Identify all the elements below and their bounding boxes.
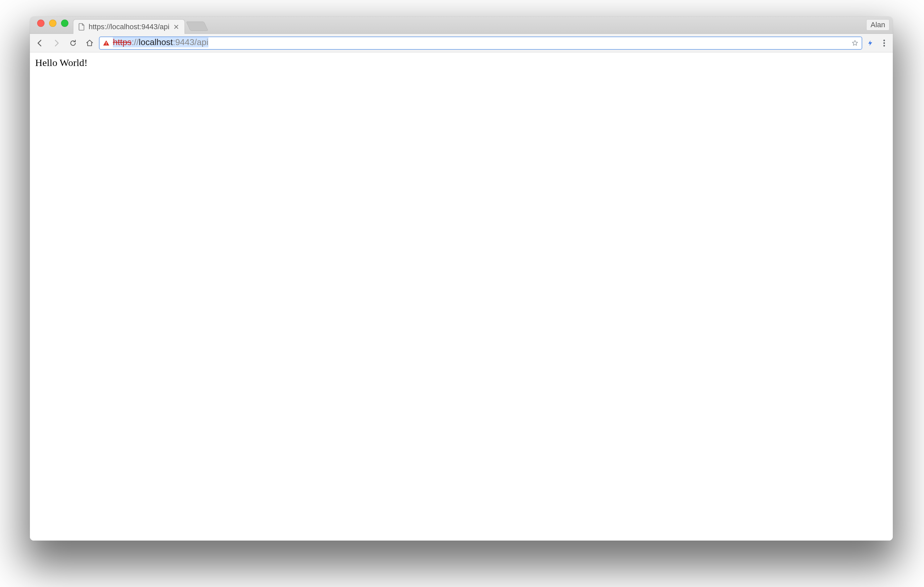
tab-active[interactable]: https://localhost:9443/api xyxy=(73,19,185,34)
window-zoom-button[interactable] xyxy=(61,20,68,27)
home-button[interactable] xyxy=(82,36,97,50)
page-body-text: Hello World! xyxy=(30,53,893,73)
bookmark-star-button[interactable] xyxy=(850,38,860,48)
browser-window: https://localhost:9443/api Alan xyxy=(30,16,893,541)
file-icon xyxy=(78,22,85,31)
profile-badge[interactable]: Alan xyxy=(866,19,889,31)
new-tab-button[interactable] xyxy=(186,21,208,31)
viewport[interactable]: Hello World! xyxy=(30,53,893,541)
url-host: localhost xyxy=(139,37,173,48)
svg-point-4 xyxy=(883,45,885,46)
window-close-button[interactable] xyxy=(37,20,45,27)
close-icon[interactable] xyxy=(173,23,180,31)
window-controls xyxy=(33,20,73,31)
address-bar[interactable]: https://localhost:9443/api xyxy=(99,36,862,50)
profile-name: Alan xyxy=(871,21,885,29)
extension-button[interactable] xyxy=(864,37,876,49)
url-scheme: https xyxy=(113,37,132,48)
svg-rect-1 xyxy=(106,44,107,45)
reload-button[interactable] xyxy=(66,36,80,50)
star-icon xyxy=(851,39,859,47)
tab-strip: https://localhost:9443/api Alan xyxy=(30,16,893,34)
back-icon xyxy=(36,39,44,48)
window-minimize-button[interactable] xyxy=(49,20,56,27)
browser-menu-button[interactable] xyxy=(878,37,890,49)
tab-title: https://localhost:9443/api xyxy=(89,23,169,31)
lightning-icon xyxy=(867,39,874,47)
url-port: :9443 xyxy=(173,37,195,48)
url-path: /api xyxy=(195,37,208,48)
svg-point-3 xyxy=(883,42,885,44)
forward-icon xyxy=(52,39,61,48)
reload-icon xyxy=(69,39,77,47)
menu-dots-icon xyxy=(883,39,885,47)
forward-button[interactable] xyxy=(49,36,64,50)
svg-point-2 xyxy=(883,39,885,41)
warning-triangle-icon xyxy=(102,39,110,47)
url-separator: :// xyxy=(132,37,139,48)
back-button[interactable] xyxy=(33,36,47,50)
svg-rect-0 xyxy=(106,42,107,44)
toolbar: https://localhost:9443/api xyxy=(30,34,893,53)
url-text[interactable]: https://localhost:9443/api xyxy=(113,37,848,49)
home-icon xyxy=(86,39,94,47)
